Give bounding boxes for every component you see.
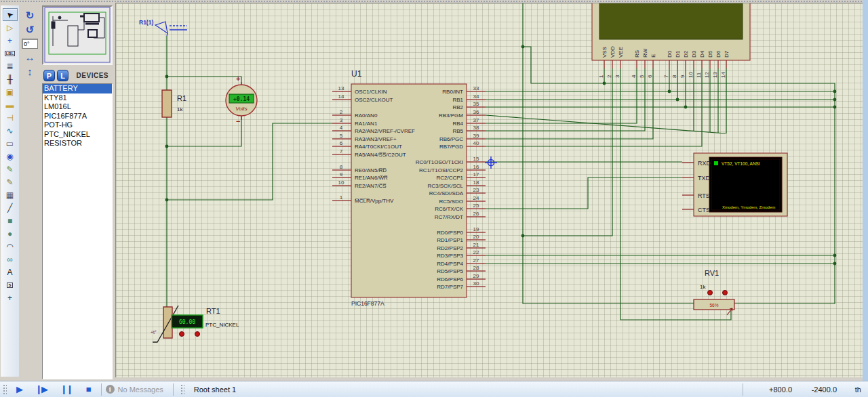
- device-pins-mode-glyph: ⊣: [6, 114, 13, 122]
- path-2d-glyph: ∞: [7, 255, 13, 264]
- symbol-2d-icon[interactable]: S: [3, 278, 18, 291]
- device-item-pot-hg[interactable]: POT-HG: [43, 121, 112, 130]
- svg-text:D6: D6: [715, 50, 722, 58]
- voltage-probe[interactable]: R1(1): [139, 19, 187, 36]
- box-2d-icon[interactable]: ■: [3, 214, 18, 227]
- overview-minimap[interactable]: [42, 5, 113, 65]
- selection-pointer-icon[interactable]: ➤: [3, 8, 18, 21]
- svg-text:RE2/AN7/C̅S̅: RE2/AN7/C̅S̅: [355, 183, 387, 189]
- tape-recorder-mode-glyph: ▭: [6, 140, 14, 148]
- coordinates-display: +800.0 -2400.0 th: [738, 383, 868, 396]
- virtual-instruments-mode-icon[interactable]: ▦: [3, 188, 18, 201]
- lcd-display[interactable]: VSS1VDD2VEE3RS4RW5E6D07D18D29D310D411D51…: [592, 3, 750, 78]
- wire[interactable]: [523, 47, 835, 304]
- schematic-canvas[interactable]: U1PIC16F877A13OSC1/CLKIN14OSC2/CLKOUT2RA…: [115, 3, 863, 377]
- coordinate-y: -2400.0: [807, 385, 837, 394]
- voltage-probe-mode-icon[interactable]: ✎: [3, 163, 18, 175]
- pick-devices-button[interactable]: P: [43, 70, 55, 81]
- generator-mode-glyph: ◉: [6, 152, 13, 161]
- junction-dot-mode-icon[interactable]: +: [3, 34, 18, 47]
- orientation-toolbar: ↻ ↺ ↔ ↕: [20, 8, 39, 117]
- library-manager-button[interactable]: L: [57, 70, 68, 81]
- wire-label-mode-icon[interactable]: LBL: [3, 47, 18, 60]
- play-button[interactable]: ▶: [16, 384, 22, 394]
- wire[interactable]: [486, 68, 653, 139]
- device-item-lm016l[interactable]: LM016L: [43, 102, 112, 112]
- potentiometer-rv1[interactable]: RV11k56%: [694, 269, 734, 315]
- circle-2d-glyph: ●: [7, 230, 12, 238]
- thermistor-adjust-button[interactable]: [195, 332, 200, 337]
- svg-text:20: 20: [473, 234, 479, 240]
- marker-2d-icon[interactable]: +: [3, 291, 18, 304]
- resistor-r1[interactable]: R11k: [162, 90, 186, 117]
- svg-text:RB1: RB1: [452, 97, 463, 103]
- device-item-pic16f877a[interactable]: PIC16F877A: [43, 112, 112, 121]
- terminal-led: [714, 161, 718, 165]
- svg-text:7: 7: [340, 148, 343, 154]
- pot-adjust-button[interactable]: [708, 291, 713, 295]
- tape-recorder-mode-icon[interactable]: ▭: [3, 137, 18, 150]
- text-script-mode-icon[interactable]: ≣: [3, 60, 18, 72]
- svg-text:3: 3: [614, 75, 620, 78]
- svg-text:RC3/SCK/SCL: RC3/SCK/SCL: [428, 183, 464, 189]
- graph-mode-icon[interactable]: ∿: [3, 124, 18, 137]
- svg-text:38: 38: [473, 125, 479, 131]
- chip-u1[interactable]: U1PIC16F877A13OSC1/CLKIN14OSC2/CLKOUT2RA…: [332, 69, 486, 307]
- rotation-angle-input[interactable]: [22, 39, 38, 49]
- svg-text:6: 6: [340, 140, 343, 146]
- pause-button[interactable]: ❙❙: [60, 384, 73, 394]
- voltmeter[interactable]: +0.14Volts+−: [226, 75, 257, 125]
- current-probe-mode-icon[interactable]: ✎: [3, 175, 18, 188]
- mirror-vertical-button[interactable]: ↕: [22, 65, 38, 79]
- thermistor-adjust-button[interactable]: [180, 332, 184, 337]
- wire[interactable]: [486, 177, 682, 209]
- svg-text:22: 22: [473, 249, 479, 255]
- svg-text:TXD: TXD: [698, 175, 711, 182]
- svg-text:30: 30: [473, 280, 479, 287]
- text-2d-icon[interactable]: A: [3, 266, 18, 278]
- wire-junction: [521, 45, 525, 49]
- svg-text:13: 13: [712, 72, 718, 78]
- circle-2d-icon[interactable]: ●: [3, 227, 18, 240]
- svg-text:18: 18: [473, 180, 479, 186]
- virtual-terminal[interactable]: VT52, VT100, ANSIXmodem, Ymodem, ZmodemR…: [682, 153, 787, 216]
- pot-adjust-button[interactable]: [723, 291, 728, 295]
- component-mode-icon[interactable]: ▷: [3, 21, 18, 34]
- svg-text:RC5/SDO: RC5/SDO: [439, 198, 463, 205]
- svg-text:16: 16: [473, 164, 479, 170]
- wire[interactable]: [167, 116, 241, 146]
- stop-button[interactable]: ■: [86, 384, 90, 394]
- wire-junction: [165, 198, 169, 202]
- device-item-battery[interactable]: BATTERY: [43, 84, 112, 93]
- wire[interactable]: [167, 123, 332, 200]
- mirror-horizontal-button[interactable]: ↔: [22, 51, 38, 64]
- rotate-anticlockwise-button[interactable]: ↺: [22, 23, 38, 37]
- step-button[interactable]: ❙▶: [35, 384, 47, 394]
- wire[interactable]: [523, 68, 612, 236]
- coordinate-x: +800.0: [762, 385, 792, 394]
- svg-text:VEE: VEE: [618, 47, 624, 58]
- svg-text:13: 13: [338, 85, 344, 91]
- terminals-mode-icon[interactable]: ▬: [3, 98, 18, 111]
- svg-text:27: 27: [473, 257, 479, 264]
- generator-mode-icon[interactable]: ◉: [3, 150, 18, 163]
- subcircuit-mode-icon[interactable]: ▣: [3, 85, 18, 98]
- wire[interactable]: [167, 77, 241, 86]
- graph-mode-glyph: ∿: [6, 127, 13, 135]
- wire-junction: [165, 145, 169, 148]
- junction-dot-mode-glyph: +: [7, 37, 12, 45]
- svg-text:M̅C̅L̅R̅/Vpp/THV: M̅C̅L̅R̅/Vpp/THV: [355, 198, 394, 204]
- rotate-clockwise-button[interactable]: ↻: [22, 9, 38, 22]
- device-pins-mode-icon[interactable]: ⊣: [3, 111, 18, 124]
- arc-2d-icon[interactable]: ◠: [3, 240, 18, 253]
- path-2d-icon[interactable]: ∞: [3, 253, 18, 266]
- line-2d-icon[interactable]: ╱: [3, 201, 18, 214]
- device-item-kty81[interactable]: KTY81: [43, 93, 112, 103]
- device-item-ptc_nickel[interactable]: PTC_NICKEL: [43, 130, 112, 140]
- svg-text:VDD: VDD: [610, 46, 616, 58]
- buses-mode-icon[interactable]: ╫: [3, 72, 18, 85]
- device-item-resistor[interactable]: RESISTOR: [43, 139, 112, 148]
- svg-text:RA3/AN3/VREF+: RA3/AN3/VREF+: [355, 136, 397, 142]
- thermistor-rt1[interactable]: +t°60.00RT1PTC_NICKEL: [151, 306, 239, 342]
- svg-text:33: 33: [473, 85, 479, 91]
